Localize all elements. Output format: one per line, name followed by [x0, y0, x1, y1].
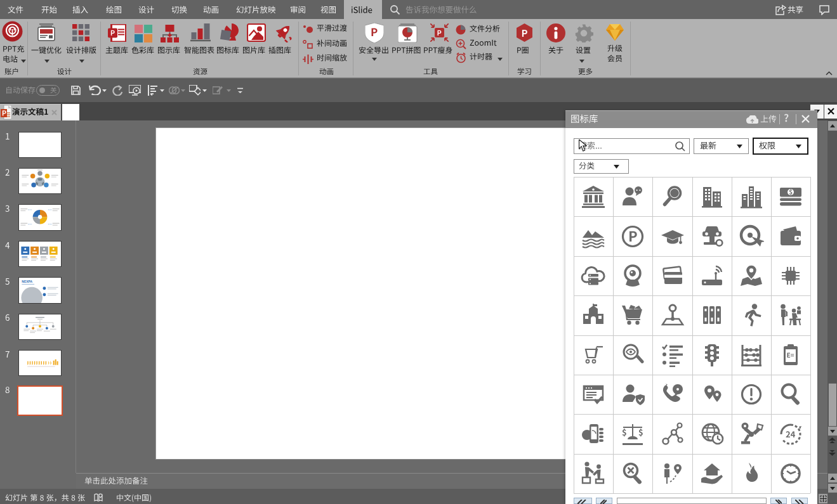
svg-text:NEXPA: NEXPA [22, 280, 32, 283]
